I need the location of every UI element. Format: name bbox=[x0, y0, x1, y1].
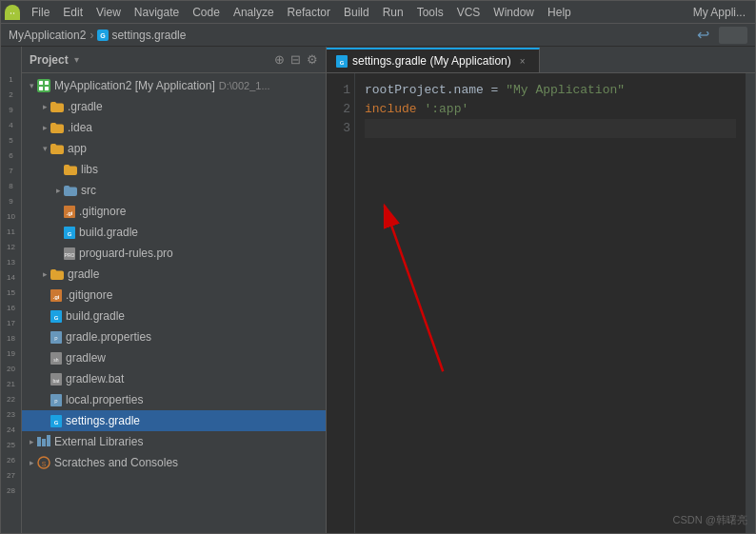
tree-label-settings-gradle: settings.gradle bbox=[66, 414, 140, 427]
nav-button-placeholder bbox=[719, 27, 747, 44]
gradle-icon-buildgradle-root: G bbox=[50, 310, 62, 323]
tree-item-gradlew[interactable]: sh gradlew bbox=[22, 347, 326, 368]
svg-text:S: S bbox=[42, 461, 47, 467]
android-icon bbox=[5, 5, 20, 20]
breadcrumb-separator: › bbox=[90, 29, 93, 42]
menu-code[interactable]: Code bbox=[187, 4, 226, 21]
folder-icon-gradle bbox=[50, 268, 64, 280]
folder-icon-dotgradle bbox=[50, 101, 64, 112]
tree-item-gitignore-app[interactable]: .gi .gitignore bbox=[22, 201, 326, 222]
external-libraries-icon bbox=[37, 435, 50, 448]
menu-file[interactable]: File bbox=[26, 4, 55, 21]
panel-dropdown-arrow[interactable]: ▾ bbox=[74, 54, 79, 65]
gradlew-bat-icon: bat bbox=[50, 373, 62, 386]
line-num-3: 3 bbox=[327, 119, 350, 138]
tree-item-external-libraries[interactable]: External Libraries bbox=[22, 431, 326, 452]
tree-arrow-gradle-folder bbox=[39, 268, 50, 280]
tree-label-external-libraries: External Libraries bbox=[54, 435, 143, 448]
tree-item-root[interactable]: MyApplication2 [My Application] D:\002_1… bbox=[22, 75, 326, 96]
svg-text:G: G bbox=[54, 314, 59, 320]
tree-arrow-dotidea bbox=[39, 122, 50, 133]
svg-text:PRO: PRO bbox=[65, 251, 75, 257]
arrow-annotation bbox=[355, 73, 746, 533]
tree-item-buildgradle-root[interactable]: G build.gradle bbox=[22, 306, 326, 326]
code-area[interactable]: rootProject.name = "My Application" incl… bbox=[355, 73, 746, 533]
tree-item-dotgradle[interactable]: .gradle bbox=[22, 96, 326, 117]
tree-item-settings-gradle[interactable]: G settings.gradle bbox=[22, 410, 326, 431]
tree-item-proguard[interactable]: PRO proguard-rules.pro bbox=[22, 243, 326, 264]
tree-label-dotidea: .idea bbox=[68, 121, 92, 134]
menu-analyze[interactable]: Analyze bbox=[228, 4, 280, 21]
tree-label-local-properties: local.properties bbox=[66, 393, 143, 406]
menu-bar: File Edit View Navigate Code Analyze Ref… bbox=[1, 1, 755, 24]
module-icon bbox=[37, 79, 50, 92]
tree-item-libs[interactable]: libs bbox=[22, 159, 326, 180]
tree-item-gradle-properties[interactable]: P gradle.properties bbox=[22, 326, 326, 347]
line-num-2: 2 bbox=[327, 100, 350, 119]
code-line-2: include ':app' bbox=[365, 100, 736, 119]
menu-build[interactable]: Build bbox=[338, 4, 375, 21]
tree-item-dotidea[interactable]: .idea bbox=[22, 117, 326, 138]
tree-label-buildgradle-root: build.gradle bbox=[66, 309, 125, 323]
tree-label-dotgradle: .gradle bbox=[68, 100, 103, 113]
svg-rect-7 bbox=[37, 79, 50, 92]
tree-item-src[interactable]: src bbox=[22, 180, 326, 201]
scratches-icon: S bbox=[37, 456, 50, 469]
tree-arrow-app bbox=[39, 143, 50, 154]
back-button[interactable]: ↩ bbox=[697, 26, 709, 44]
tree-label-libs: libs bbox=[81, 163, 98, 176]
editor-area: G settings.gradle (My Application) × 1 2… bbox=[327, 47, 755, 533]
svg-text:.gi: .gi bbox=[67, 209, 73, 215]
tab-gradle-icon: G bbox=[336, 55, 348, 68]
tree-arrow-src bbox=[52, 185, 64, 196]
breadcrumb-project[interactable]: MyApplication2 bbox=[9, 29, 86, 42]
tree-label-src: src bbox=[81, 184, 96, 197]
panel-locate-icon[interactable]: ⊕ bbox=[274, 52, 285, 67]
editor-tab-settings[interactable]: G settings.gradle (My Application) × bbox=[327, 48, 540, 72]
menu-vcs[interactable]: VCS bbox=[451, 4, 487, 21]
panel-collapse-icon[interactable]: ⊟ bbox=[290, 52, 301, 67]
svg-point-3 bbox=[10, 12, 11, 13]
editor-scrollbar[interactable] bbox=[746, 73, 755, 533]
tree-item-local-properties[interactable]: P local.properties bbox=[22, 389, 326, 410]
gradlew-icon: sh bbox=[50, 352, 62, 365]
gitignore-icon-app: .gi bbox=[64, 206, 75, 218]
project-panel: Project ▾ ⊕ ⊟ ⚙ bbox=[22, 47, 327, 533]
editor-content[interactable]: 1 2 3 rootProject.name = "My Application… bbox=[327, 73, 755, 533]
menu-help[interactable]: Help bbox=[542, 4, 577, 21]
folder-icon-dotidea bbox=[50, 122, 64, 133]
svg-text:G: G bbox=[54, 419, 59, 425]
editor-tabs: G settings.gradle (My Application) × bbox=[327, 47, 755, 73]
menu-view[interactable]: View bbox=[90, 4, 127, 21]
breadcrumb-file[interactable]: G settings.gradle bbox=[97, 29, 186, 42]
svg-point-4 bbox=[13, 12, 14, 13]
window-frame: File Edit View Navigate Code Analyze Ref… bbox=[0, 0, 756, 534]
tree-label-proguard: proguard-rules.pro bbox=[79, 247, 173, 260]
panel-title: Project bbox=[30, 53, 69, 67]
tree-item-buildgradle-app[interactable]: G build.gradle bbox=[22, 222, 326, 243]
tab-close-button[interactable]: × bbox=[516, 54, 529, 68]
proguard-icon: PRO bbox=[64, 247, 75, 260]
code-line-3 bbox=[365, 119, 736, 138]
tree-item-gradlew-bat[interactable]: bat gradlew.bat bbox=[22, 368, 326, 389]
tree-item-gitignore-root[interactable]: .gi .gitignore bbox=[22, 285, 326, 306]
properties-icon-gradle: P bbox=[50, 331, 62, 344]
tree-arrow-scratches bbox=[26, 457, 37, 468]
menu-window[interactable]: Window bbox=[487, 4, 540, 21]
tree-label-buildgradle-app: build.gradle bbox=[79, 226, 138, 239]
tree-label-scratches: Scratches and Consoles bbox=[54, 456, 178, 469]
menu-edit[interactable]: Edit bbox=[57, 4, 89, 21]
menu-navigate[interactable]: Navigate bbox=[129, 4, 185, 21]
tree-view[interactable]: MyApplication2 [My Application] D:\002_1… bbox=[22, 73, 326, 533]
tree-arrow-root bbox=[26, 80, 37, 91]
tree-item-scratches[interactable]: S Scratches and Consoles bbox=[22, 452, 326, 473]
menu-tools[interactable]: Tools bbox=[411, 4, 449, 21]
menu-refactor[interactable]: Refactor bbox=[282, 4, 336, 21]
tree-item-app[interactable]: app bbox=[22, 138, 326, 159]
panel-settings-icon[interactable]: ⚙ bbox=[307, 52, 318, 67]
gradle-icon-settings: G bbox=[50, 415, 62, 427]
svg-line-2 bbox=[16, 10, 18, 11]
tree-item-gradle-folder[interactable]: gradle bbox=[22, 264, 326, 285]
menu-run[interactable]: Run bbox=[377, 4, 409, 21]
tree-label-gradlew: gradlew bbox=[66, 351, 106, 365]
